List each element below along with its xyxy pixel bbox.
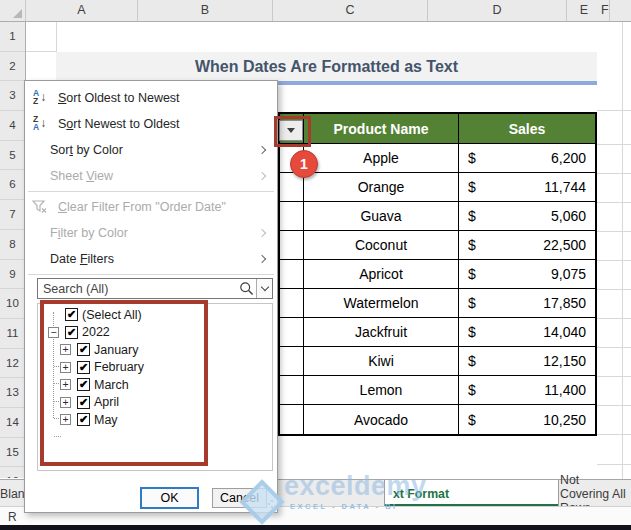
- resize-grip-icon[interactable]: [264, 499, 273, 508]
- sales-cell[interactable]: $ 9,075: [459, 260, 595, 288]
- row-header[interactable]: 16: [0, 467, 25, 478]
- row-header[interactable]: 9: [0, 260, 25, 290]
- row-header[interactable]: 5: [0, 141, 25, 171]
- gridline: [597, 347, 631, 348]
- row-header[interactable]: 11: [0, 319, 25, 349]
- chevron-down-icon: [260, 283, 268, 291]
- sales-header-cell[interactable]: Sales: [459, 114, 595, 143]
- excel-window: A B C D E F 1 2 3 4 5 6 7: [0, 0, 631, 530]
- row-header[interactable]: 4: [0, 111, 25, 141]
- row-header[interactable]: 12: [0, 349, 25, 379]
- product-name-header-cell[interactable]: Product Name: [304, 114, 459, 143]
- order-date-cell[interactable]: [280, 260, 304, 288]
- sales-amount: 11,400: [544, 382, 586, 398]
- gridline: [622, 22, 623, 479]
- sales-amount: 12,150: [543, 353, 586, 369]
- table-row: Watermelon $ 17,850: [280, 289, 595, 318]
- sales-cell[interactable]: $ 5,060: [459, 202, 595, 230]
- sheet-tab[interactable]: xt Format: [384, 480, 559, 507]
- product-name-cell[interactable]: Guava: [304, 202, 459, 230]
- row-header[interactable]: 10: [0, 289, 25, 319]
- table-row: Coconut $ 22,500: [280, 231, 595, 260]
- table-header-row: Product Name Sales: [280, 114, 595, 144]
- column-header[interactable]: F: [601, 0, 610, 21]
- column-header[interactable]: C: [273, 0, 428, 21]
- row-header[interactable]: 7: [0, 200, 25, 230]
- sales-cell[interactable]: $ 11,744: [459, 173, 595, 201]
- order-date-cell[interactable]: [280, 202, 304, 230]
- ok-button[interactable]: OK: [140, 487, 199, 509]
- currency-symbol: $: [468, 382, 476, 398]
- annotation-box-filter-list: [40, 300, 208, 466]
- row-header[interactable]: 13: [0, 378, 25, 408]
- product-name-cell[interactable]: Coconut: [304, 231, 459, 259]
- search-input[interactable]: [37, 278, 273, 299]
- sales-cell[interactable]: $ 6,200: [459, 144, 595, 172]
- sales-cell[interactable]: $ 14,040: [459, 318, 595, 346]
- sheet-tab[interactable]: Not Covering All Rows: [560, 480, 631, 507]
- row-header[interactable]: 14: [0, 408, 25, 438]
- gridline: [597, 434, 631, 435]
- order-date-cell[interactable]: [280, 289, 304, 317]
- gridline: [597, 231, 631, 232]
- product-name-cell[interactable]: Jackfruit: [304, 318, 459, 346]
- table-row: Apple $ 6,200: [280, 144, 595, 173]
- product-name-cell[interactable]: Apple: [304, 144, 459, 172]
- order-date-cell[interactable]: [280, 318, 304, 346]
- step-1-badge: 1: [290, 150, 318, 178]
- table-row: Avocado $ 10,250: [280, 405, 595, 434]
- product-name-cell[interactable]: Apricot: [304, 260, 459, 288]
- product-name-cell[interactable]: Orange: [304, 173, 459, 201]
- product-name-cell[interactable]: Watermelon: [304, 289, 459, 317]
- menu-item-sort-oldest-to-newest[interactable]: AZ ↓ Sort Oldest to Newest: [25, 85, 277, 111]
- row-header[interactable]: 3: [0, 81, 25, 111]
- product-name-cell[interactable]: Lemon: [304, 376, 459, 404]
- gridline: [597, 464, 631, 465]
- row-header[interactable]: 1: [0, 22, 25, 52]
- order-date-cell[interactable]: [280, 376, 304, 404]
- menu-item-date-filters[interactable]: Date Filters: [25, 246, 277, 272]
- sort-descending-icon: ZA ↓: [33, 116, 46, 131]
- row-header[interactable]: 6: [0, 170, 25, 200]
- search-icon: [239, 281, 254, 296]
- column-header[interactable]: E: [567, 0, 601, 21]
- search-scope-dropdown[interactable]: [256, 279, 272, 298]
- search-box: [37, 278, 273, 299]
- currency-symbol: $: [468, 324, 476, 340]
- menu-item-label: Filter by Color: [50, 226, 128, 240]
- select-all-corner[interactable]: [0, 0, 26, 21]
- gridline: [597, 289, 631, 290]
- gridline: [597, 202, 631, 203]
- order-date-cell[interactable]: [280, 347, 304, 375]
- sales-cell[interactable]: $ 11,400: [459, 376, 595, 404]
- sales-amount: 17,850: [543, 295, 586, 311]
- table-row: Kiwi $ 12,150: [280, 347, 595, 376]
- gridline: [597, 144, 631, 145]
- currency-symbol: $: [468, 412, 476, 428]
- sales-cell[interactable]: $ 10,250: [459, 405, 595, 434]
- sort-ascending-icon: AZ ↓: [33, 90, 46, 105]
- product-name-cell[interactable]: Avocado: [304, 405, 459, 434]
- row-header[interactable]: 15: [0, 438, 25, 468]
- table-row: Lemon $ 11,400: [280, 376, 595, 405]
- column-header[interactable]: A: [26, 0, 138, 21]
- menu-separator: [28, 191, 274, 192]
- row-header[interactable]: 2: [0, 52, 25, 82]
- menu-item-sort-by-color[interactable]: Sort by Color: [25, 137, 277, 163]
- sales-cell[interactable]: $ 12,150: [459, 347, 595, 375]
- sales-cell[interactable]: $ 22,500: [459, 231, 595, 259]
- sales-table: Product Name Sales Apple $ 6,200 Orange: [278, 112, 597, 436]
- currency-symbol: $: [468, 208, 476, 224]
- gridline: [597, 318, 631, 319]
- sales-amount: 14,040: [543, 324, 586, 340]
- column-header[interactable]: D: [428, 0, 567, 21]
- product-name-cell[interactable]: Kiwi: [304, 347, 459, 375]
- order-date-cell[interactable]: [280, 405, 304, 434]
- order-date-cell[interactable]: [280, 231, 304, 259]
- column-header[interactable]: B: [138, 0, 273, 21]
- menu-item-sort-newest-to-oldest[interactable]: ZA ↓ Sort Newest to Oldest: [25, 111, 277, 137]
- row-header[interactable]: 8: [0, 230, 25, 260]
- cancel-button[interactable]: Cancel: [212, 488, 267, 508]
- sales-cell[interactable]: $ 17,850: [459, 289, 595, 317]
- annotation-box-filter-button: [274, 116, 311, 147]
